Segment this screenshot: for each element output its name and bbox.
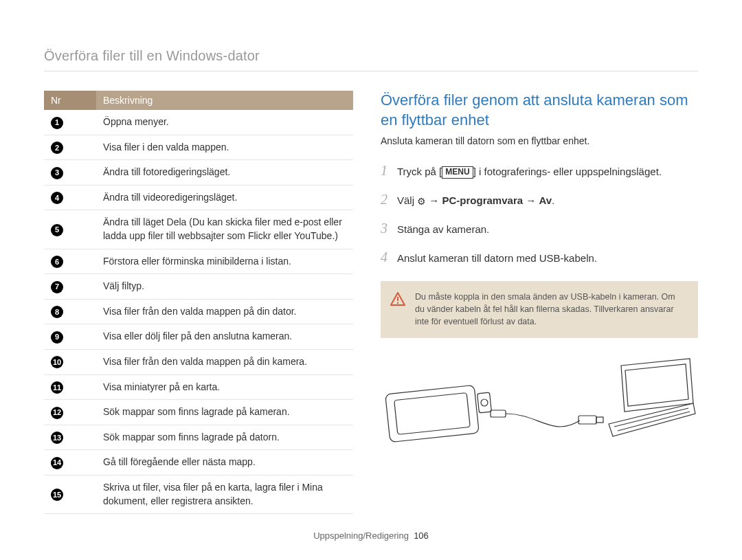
warning-icon xyxy=(390,292,405,306)
row-num: 1 xyxy=(51,117,63,129)
row-desc: Visa filer från den valda mappen på din … xyxy=(96,349,353,374)
section-subtitle: Ansluta kameran till datorn som en flytt… xyxy=(381,135,698,146)
step-num: 3 xyxy=(381,218,390,238)
row-desc: Välj filtyp. xyxy=(96,274,353,300)
svg-rect-3 xyxy=(385,385,480,442)
table-row: 11 Visa miniatyrer på en karta. xyxy=(44,374,353,400)
step-num: 2 xyxy=(381,189,390,210)
left-column: Nr Beskrivning 1 Öppna menyer. 2 Visa fi… xyxy=(44,91,353,514)
step-text: Välj ⚙ → PC-programvara → Av. xyxy=(397,193,698,209)
table-row: 5 Ändra till läget Dela (Du kan skicka f… xyxy=(44,210,353,249)
row-desc: Visa miniatyrer på en karta. xyxy=(96,374,353,400)
row-num: 13 xyxy=(51,432,63,444)
step-text: Tryck på [MENU] i fotograferings- eller … xyxy=(397,164,698,180)
svg-rect-4 xyxy=(394,392,471,434)
row-num: 8 xyxy=(51,306,63,318)
step-text: Stänga av kameran. xyxy=(397,222,698,238)
row-desc: Visa filer i den valda mappen. xyxy=(96,135,353,160)
table-row: 9 Visa eller dölj filer på den anslutna … xyxy=(44,324,353,350)
warning-box: Du måste koppla in den smala änden av US… xyxy=(381,281,698,337)
table-row: 13 Sök mappar som finns lagrade på dator… xyxy=(44,425,353,450)
row-num: 11 xyxy=(51,381,63,394)
table-row: 6 Förstora eller förminska minibilderna … xyxy=(44,249,353,274)
table-row: 10 Visa filer från den valda mappen på d… xyxy=(44,349,353,374)
right-column: Överföra filer genom att ansluta kameran… xyxy=(381,91,698,514)
row-desc: Ändra till läget Dela (Du kan skicka fil… xyxy=(96,210,353,249)
row-num: 9 xyxy=(51,331,63,344)
row-desc: Sök mappar som finns lagrade på kameran. xyxy=(96,400,353,425)
step2-end: . xyxy=(552,194,554,206)
step-num: 1 xyxy=(381,160,390,181)
page-footer: Uppspelning/Redigering 106 xyxy=(0,530,742,541)
row-desc: Visa eller dölj filer på den anslutna ka… xyxy=(96,324,353,350)
description-table: Nr Beskrivning 1 Öppna menyer. 2 Visa fi… xyxy=(44,91,353,514)
table-row: 8 Visa filer från den valda mappen på di… xyxy=(44,299,353,324)
table-row: 14 Gå till föregående eller nästa mapp. xyxy=(44,450,353,475)
row-num: 3 xyxy=(51,167,63,179)
menu-key-icon: MENU xyxy=(442,166,473,179)
step2-mid: → xyxy=(523,194,539,206)
step-2: 2 Välj ⚙ → PC-programvara → Av. xyxy=(381,189,698,210)
th-description: Beskrivning xyxy=(96,91,353,110)
svg-marker-11 xyxy=(625,364,688,406)
table-row: 15 Skriva ut filer, visa filer på en kar… xyxy=(44,475,353,513)
step1-pre: Tryck på [ xyxy=(397,166,442,177)
step1-post: ] i fotograferings- eller uppspelningslä… xyxy=(473,166,662,177)
svg-rect-7 xyxy=(491,410,506,417)
row-desc: Ändra till fotoredigeringsläget. xyxy=(96,160,353,186)
svg-point-6 xyxy=(481,399,488,406)
table-row: 4 Ändra till videoredigeringsläget. xyxy=(44,185,353,210)
steps-list: 1 Tryck på [MENU] i fotograferings- elle… xyxy=(381,160,698,267)
step2-arrow: → xyxy=(426,194,442,206)
row-desc: Skriva ut filer, visa filer på en karta,… xyxy=(96,475,353,513)
row-desc: Visa filer från den valda mappen på din … xyxy=(96,299,353,324)
row-num: 14 xyxy=(51,457,63,469)
table-row: 1 Öppna menyer. xyxy=(44,110,353,135)
row-num: 4 xyxy=(51,192,63,204)
row-num: 5 xyxy=(51,224,63,236)
connection-diagram xyxy=(381,355,698,454)
svg-point-2 xyxy=(397,302,398,304)
warning-text: Du måste koppla in den smala änden av US… xyxy=(415,292,675,326)
step2-bold1: PC-programvara xyxy=(442,194,524,206)
row-desc: Öppna menyer. xyxy=(96,110,353,135)
step2-bold2: Av xyxy=(539,194,552,206)
row-desc: Ändra till videoredigeringsläget. xyxy=(96,185,353,210)
page: Överföra filer till en Windows-dator Nr … xyxy=(0,0,742,560)
table-row: 2 Visa filer i den valda mappen. xyxy=(44,135,353,160)
row-num: 2 xyxy=(51,142,63,154)
svg-line-13 xyxy=(614,408,688,427)
row-num: 15 xyxy=(51,489,63,501)
svg-rect-9 xyxy=(596,417,603,423)
th-number: Nr xyxy=(44,91,96,110)
page-header: Överföra filer till en Windows-dator xyxy=(44,48,698,71)
step-3: 3 Stänga av kameran. xyxy=(381,218,698,238)
row-desc: Förstora eller förminska minibilderna i … xyxy=(96,249,353,274)
svg-rect-8 xyxy=(578,416,596,424)
gear-icon: ⚙ xyxy=(417,194,426,209)
step-1: 1 Tryck på [MENU] i fotograferings- elle… xyxy=(381,160,698,181)
svg-marker-10 xyxy=(621,359,693,412)
row-num: 7 xyxy=(51,281,63,293)
section-title: Överföra filer genom att ansluta kameran… xyxy=(381,91,698,130)
step-text: Anslut kameran till datorn med USB-kabel… xyxy=(397,251,698,267)
row-num: 6 xyxy=(51,256,63,268)
columns: Nr Beskrivning 1 Öppna menyer. 2 Visa fi… xyxy=(44,91,698,514)
row-num: 12 xyxy=(51,407,63,419)
row-num: 10 xyxy=(51,356,63,368)
table-row: 3 Ändra till fotoredigeringsläget. xyxy=(44,160,353,186)
table-row: 7 Välj filtyp. xyxy=(44,274,353,300)
step-num: 4 xyxy=(381,247,390,267)
table-row: 12 Sök mappar som finns lagrade på kamer… xyxy=(44,400,353,425)
row-desc: Sök mappar som finns lagrade på datorn. xyxy=(96,425,353,450)
footer-page-number: 106 xyxy=(414,530,429,541)
footer-section: Uppspelning/Redigering xyxy=(313,530,409,541)
step-4: 4 Anslut kameran till datorn med USB-kab… xyxy=(381,247,698,267)
svg-line-14 xyxy=(618,412,690,431)
svg-rect-5 xyxy=(477,392,492,413)
row-desc: Gå till föregående eller nästa mapp. xyxy=(96,450,353,475)
step2-pre: Välj xyxy=(397,194,417,206)
